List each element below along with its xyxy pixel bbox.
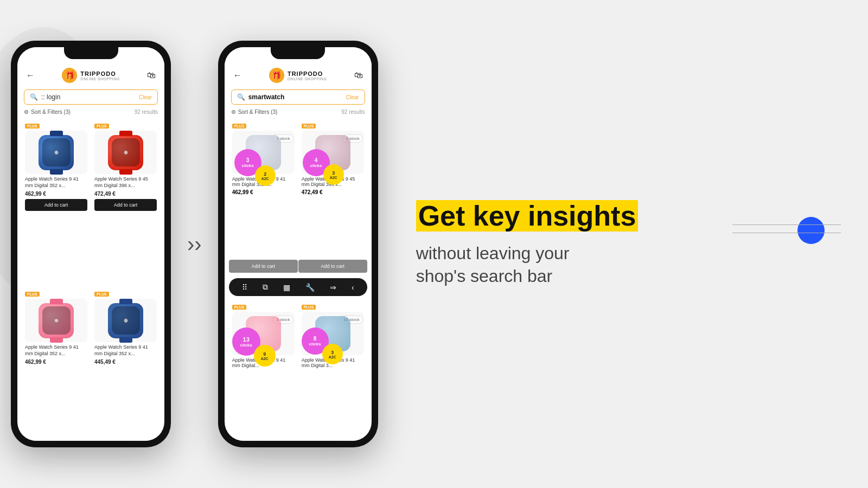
logo-sub-left: ONLINE SHOPPING bbox=[80, 77, 119, 81]
toolbar-back[interactable]: ‹ bbox=[352, 283, 354, 292]
watch-face-3: ⌚ bbox=[42, 306, 71, 335]
a2c-count-2: 3 bbox=[332, 170, 335, 176]
analytics-plus-4: PLUS bbox=[302, 305, 316, 310]
filters-label-right: Sort & Filters (3) bbox=[238, 109, 278, 115]
a2c-label-3: A2C bbox=[261, 357, 269, 361]
clicks-label-1: clicks bbox=[242, 163, 254, 168]
band-bottom-1 bbox=[50, 169, 63, 175]
search-icon-right: 🔍 bbox=[237, 93, 245, 101]
filter-icon-left: ⚙ bbox=[24, 109, 29, 115]
logo-sub-right: ONLINE SHOPPING bbox=[288, 77, 327, 81]
search-bar-left[interactable]: 🔍 :: login Clear bbox=[24, 89, 158, 105]
product-card-4: PLUS ⌚ Apple Watch Series 9 41 mm Digita… bbox=[91, 287, 160, 441]
a2c-bubble-2: 3 A2C bbox=[323, 164, 344, 185]
line-decoration-2 bbox=[732, 224, 841, 225]
toolbar-layers[interactable]: ⧉ bbox=[263, 282, 268, 292]
analytics-card-1: PLUS 3 stock Apple Watch Series 9 41 mm … bbox=[229, 119, 298, 260]
search-query-left: :: login bbox=[41, 93, 136, 101]
search-bar-right[interactable]: 🔍 smartwatch Clear bbox=[231, 89, 365, 105]
toolbar-calendar[interactable]: ▦ bbox=[283, 283, 290, 292]
toolbar-dots[interactable]: ⠿ bbox=[242, 283, 247, 292]
a2c-bubble-1: 2 A2C bbox=[255, 165, 276, 186]
a2c-bubble-3: 9 A2C bbox=[254, 345, 276, 367]
search-query-right: smartwatch bbox=[248, 93, 343, 101]
phone-screen-right: ← 🎁 TRIPPODO ONLINE SHOPPING 🛍 🔍 smartwa… bbox=[225, 47, 372, 441]
product-card-3: PLUS ⌚ Apple Watch Series 9 41 mm Digita… bbox=[22, 287, 91, 441]
product-grid-right-2: PLUS 3 stock Apple Watch Series 9 41 mm … bbox=[225, 300, 372, 441]
analytics-plus-3: PLUS bbox=[232, 305, 247, 310]
analytics-plus-2: PLUS bbox=[302, 124, 316, 129]
clicks-label-3: clicks bbox=[240, 343, 252, 348]
phone-screen-left: ← 🎁 TRIPPODO ONLINE SHOPPING 🛍 🔍 :: logi… bbox=[17, 47, 164, 441]
analytics-card-3: PLUS 3 stock Apple Watch Series 9 41 mm … bbox=[229, 300, 298, 441]
analytics-plus-1: PLUS bbox=[232, 124, 247, 129]
subtitle-line1: without leaving your bbox=[416, 243, 570, 263]
product-price-1: 462,99 € bbox=[25, 191, 87, 197]
band-top-4 bbox=[119, 299, 132, 304]
add-to-cart-right-1[interactable]: Add to cart bbox=[229, 260, 298, 273]
plus-badge-1: PLUS bbox=[25, 124, 40, 129]
back-arrow-left[interactable]: ← bbox=[26, 70, 35, 80]
toolbar-share[interactable]: ⇒ bbox=[330, 283, 336, 292]
plus-badge-4: PLUS bbox=[94, 292, 109, 297]
product-grid-left: PLUS ⌚ Apple Watch Series 9 41 mm Digita… bbox=[17, 119, 164, 441]
analytics-price-2: 472,49 € bbox=[302, 189, 364, 195]
add-to-cart-btn-1[interactable]: Add to cart bbox=[25, 199, 87, 211]
subtitle-line2: shop's search bar bbox=[416, 266, 553, 286]
product-price-3: 462,99 € bbox=[25, 359, 87, 365]
title-highlight: Get key insights bbox=[416, 200, 639, 232]
product-grid-right: PLUS 3 stock Apple Watch Series 9 41 mm … bbox=[225, 119, 372, 260]
a2c-count-1: 2 bbox=[264, 171, 266, 177]
cart-icon-right[interactable]: 🛍 bbox=[354, 70, 363, 80]
filters-right-left[interactable]: ⚙ Sort & Filters (3) bbox=[231, 109, 278, 115]
analytics-price-1: 462,99 € bbox=[232, 189, 295, 195]
logo-text-right: TRIPPODO ONLINE SHOPPING bbox=[288, 70, 327, 81]
product-card-1: PLUS ⌚ Apple Watch Series 9 41 mm Digita… bbox=[22, 119, 91, 287]
logo-name-left: TRIPPODO bbox=[80, 70, 119, 77]
toolbar-wrench[interactable]: 🔧 bbox=[305, 283, 315, 292]
filter-icon-right: ⚙ bbox=[231, 109, 236, 115]
clicks-count-1: 3 bbox=[246, 157, 250, 163]
right-panel: Get key insights without leaving your sh… bbox=[394, 179, 857, 309]
watch-face-2: ⌚ bbox=[112, 138, 140, 166]
blue-dot-decoration bbox=[797, 217, 825, 244]
band-bottom-3 bbox=[50, 337, 63, 343]
transition-arrow: ›› bbox=[187, 232, 202, 256]
phone-left: ← 🎁 TRIPPODO ONLINE SHOPPING 🛍 🔍 :: logi… bbox=[11, 41, 171, 447]
product-img-1: ⌚ bbox=[25, 131, 87, 174]
clicks-count-4: 8 bbox=[314, 336, 317, 342]
analytics-card-2: PLUS 3 stock Apple Watch Series 9 45 mm … bbox=[298, 119, 367, 260]
analytics-card-4: PLUS 10 stock Apple Watch Series 9 41 mm… bbox=[298, 300, 367, 441]
band-bottom-4 bbox=[119, 337, 132, 343]
clicks-count-2: 4 bbox=[315, 157, 318, 163]
cart-icon-left[interactable]: 🛍 bbox=[147, 70, 156, 80]
clicks-label-4: clicks bbox=[309, 342, 321, 346]
logo-icon-right: 🎁 bbox=[269, 68, 284, 83]
back-arrow-right[interactable]: ← bbox=[233, 70, 242, 80]
band-bottom-2 bbox=[119, 169, 132, 175]
filters-left[interactable]: ⚙ Sort & Filters (3) bbox=[24, 109, 71, 115]
add-to-cart-section: Add to cart Add to cart bbox=[225, 260, 372, 275]
product-img-3: ⌚ bbox=[25, 299, 87, 342]
watch-face-1: ⌚ bbox=[42, 138, 71, 166]
results-count-right: 92 results bbox=[341, 109, 365, 115]
analytics-toolbar: ⠿ ⧉ ▦ 🔧 ⇒ ‹ bbox=[229, 278, 367, 296]
product-img-4: ⌚ bbox=[94, 299, 157, 342]
filters-label-left: Sort & Filters (3) bbox=[31, 109, 71, 115]
product-name-1: Apple Watch Series 9 41 mm Digital 352 x… bbox=[25, 176, 87, 189]
filters-row-left: ⚙ Sort & Filters (3) 92 results bbox=[17, 109, 164, 119]
logo-icon-left: 🎁 bbox=[62, 68, 77, 83]
plus-badge-3: PLUS bbox=[25, 292, 40, 297]
add-to-cart-right-2[interactable]: Add to cart bbox=[298, 260, 367, 273]
product-name-2: Apple Watch Series 9 45 mm Digital 396 x… bbox=[94, 176, 157, 189]
band-top-2 bbox=[119, 131, 132, 136]
clicks-count-3: 13 bbox=[243, 336, 250, 343]
logo-text-left: TRIPPODO ONLINE SHOPPING bbox=[80, 70, 119, 81]
a2c-label-2: A2C bbox=[330, 176, 337, 179]
watch-face-4: ⌚ bbox=[112, 306, 140, 335]
logo-name-right: TRIPPODO bbox=[288, 70, 327, 77]
product-img-2: ⌚ bbox=[94, 131, 157, 174]
search-clear-left[interactable]: Clear bbox=[139, 94, 152, 100]
add-to-cart-btn-2[interactable]: Add to cart bbox=[94, 199, 157, 211]
search-clear-right[interactable]: Clear bbox=[346, 94, 359, 100]
